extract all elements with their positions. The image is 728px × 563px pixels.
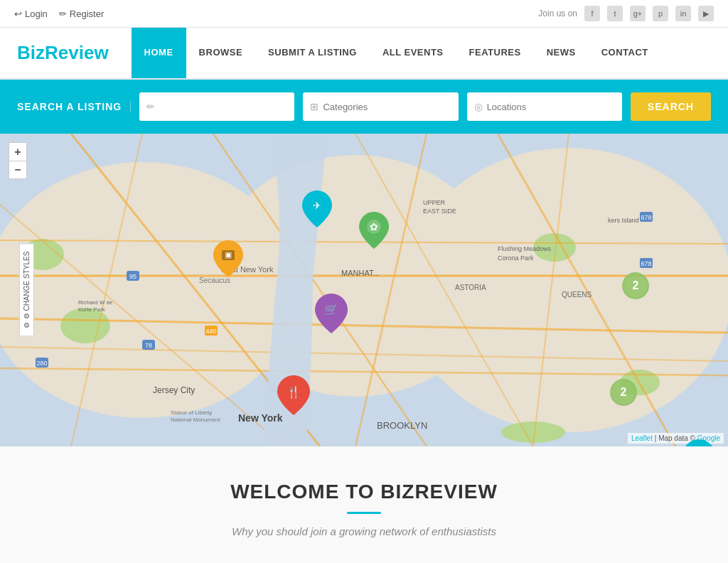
map-cluster-northeast[interactable]: 2 bbox=[622, 272, 649, 299]
svg-text:Jersey City: Jersey City bbox=[153, 385, 195, 395]
keyword-input-wrap: ✏ bbox=[139, 92, 294, 121]
svg-text:678: 678 bbox=[641, 260, 651, 267]
map-container: West New York Secaucus Jersey City New Y… bbox=[0, 134, 728, 446]
social-youtube[interactable]: ▶ bbox=[698, 6, 714, 21]
svg-text:BROOKLYN: BROOKLYN bbox=[377, 420, 427, 431]
svg-point-3 bbox=[405, 148, 728, 432]
categories-icon: ⊞ bbox=[310, 101, 318, 112]
header: BizReview HOME BROWSE SUBMIT A LISTING A… bbox=[0, 28, 728, 80]
search-bar: SEARCH A LISTING ✏ ⊞ ◎ Search bbox=[0, 80, 728, 134]
social-googleplus[interactable]: g+ bbox=[630, 6, 646, 21]
search-label: SEARCH A LISTING bbox=[17, 101, 131, 112]
nav-news[interactable]: NEWS bbox=[534, 28, 589, 78]
map-pin-blue-airplane-2[interactable]: ✈ bbox=[682, 439, 715, 446]
svg-text:678: 678 bbox=[641, 214, 651, 221]
svg-text:Statue of Liberty: Statue of Liberty bbox=[171, 409, 212, 416]
svg-text:QUEENS: QUEENS bbox=[562, 291, 592, 299]
svg-point-6 bbox=[501, 422, 565, 443]
main-nav: HOME BROWSE SUBMIT A LISTING ALL EVENTS … bbox=[132, 28, 661, 78]
register-link[interactable]: ✏ Register bbox=[59, 9, 104, 19]
map-pin-blue-airplane[interactable]: ✈ bbox=[302, 191, 332, 230]
logo[interactable]: BizReview bbox=[0, 28, 126, 78]
nav-features[interactable]: FEATURES bbox=[456, 28, 534, 78]
map-zoom-controls: + − bbox=[9, 142, 27, 179]
change-styles-button[interactable]: ⚙ ⚙ CHANGE STYLES bbox=[19, 244, 34, 337]
search-button[interactable]: Search bbox=[631, 92, 711, 121]
nav-home[interactable]: HOME bbox=[132, 28, 186, 78]
svg-text:EAST SIDE: EAST SIDE bbox=[423, 208, 456, 215]
svg-point-7 bbox=[60, 308, 110, 343]
social-facebook[interactable]: f bbox=[584, 6, 600, 21]
map-pin-red[interactable]: 🍴 bbox=[277, 375, 310, 418]
location-icon: ◎ bbox=[474, 101, 483, 112]
logo-normal: Biz bbox=[17, 42, 45, 63]
svg-text:Richard W de: Richard W de bbox=[78, 299, 113, 306]
welcome-section: WELCOME TO BIZREVIEW Why you should join… bbox=[0, 446, 728, 563]
social-pinterest[interactable]: p bbox=[653, 6, 668, 21]
keyword-input[interactable] bbox=[159, 102, 287, 112]
svg-text:🍴: 🍴 bbox=[287, 385, 301, 399]
locations-input-wrap: ◎ bbox=[467, 92, 622, 121]
social-links-area: Join us on f t g+ p in ▶ bbox=[538, 6, 714, 21]
logo-accent: Review bbox=[45, 42, 109, 63]
map-pin-purple[interactable]: 🛒 bbox=[315, 294, 348, 336]
svg-text:95: 95 bbox=[129, 273, 136, 280]
welcome-divider bbox=[347, 512, 381, 514]
svg-text:🛒: 🛒 bbox=[324, 303, 338, 316]
register-icon: ✏ bbox=[59, 9, 67, 19]
svg-text:▣: ▣ bbox=[225, 250, 232, 259]
top-bar-auth-links: ↩ Login ✏ Register bbox=[14, 9, 104, 19]
welcome-subtitle: Why you should join a growing network of… bbox=[14, 525, 714, 537]
social-linkedin[interactable]: in bbox=[675, 6, 691, 21]
pencil-icon: ✏ bbox=[146, 101, 155, 112]
login-icon: ↩ bbox=[14, 9, 22, 19]
leaflet-link[interactable]: Leaflet bbox=[631, 434, 653, 442]
map-cluster-southeast[interactable]: 2 bbox=[610, 379, 637, 406]
categories-input-wrap: ⊞ bbox=[303, 92, 458, 121]
svg-text:MANHAT...: MANHAT... bbox=[341, 269, 380, 277]
svg-text:440: 440 bbox=[205, 328, 216, 335]
svg-text:ASTORIA: ASTORIA bbox=[455, 284, 486, 291]
categories-input[interactable] bbox=[323, 102, 451, 112]
zoom-out-button[interactable]: − bbox=[9, 161, 27, 179]
nav-browse[interactable]: BROWSE bbox=[186, 28, 256, 78]
svg-text:✈: ✈ bbox=[313, 200, 321, 211]
gear-icon: ⚙ bbox=[23, 322, 31, 328]
svg-text:UPPER: UPPER bbox=[423, 199, 446, 206]
svg-text:Korte Park: Korte Park bbox=[78, 306, 106, 313]
svg-text:Flushing Meadows: Flushing Meadows bbox=[498, 245, 552, 252]
svg-text:280: 280 bbox=[36, 360, 47, 367]
svg-text:National Monument: National Monument bbox=[171, 417, 220, 423]
svg-text:Corona Park: Corona Park bbox=[498, 254, 534, 262]
svg-text:New York: New York bbox=[238, 412, 283, 424]
locations-input[interactable] bbox=[487, 102, 615, 112]
zoom-in-button[interactable]: + bbox=[9, 142, 27, 161]
top-bar: ↩ Login ✏ Register Join us on f t g+ p i… bbox=[0, 0, 728, 28]
nav-all-events[interactable]: ALL EVENTS bbox=[370, 28, 456, 78]
login-link[interactable]: ↩ Login bbox=[14, 9, 48, 19]
svg-text:✿: ✿ bbox=[370, 221, 378, 232]
social-twitter[interactable]: t bbox=[607, 6, 623, 21]
map-pin-green[interactable]: ✿ bbox=[359, 212, 389, 252]
nav-submit-listing[interactable]: SUBMIT A LISTING bbox=[255, 28, 370, 78]
svg-text:78: 78 bbox=[145, 342, 152, 349]
welcome-title: WELCOME TO BIZREVIEW bbox=[14, 481, 714, 503]
map-pin-orange[interactable]: ▣ bbox=[213, 240, 243, 280]
svg-text:kers Island: kers Island bbox=[608, 217, 639, 224]
nav-contact[interactable]: CONTACT bbox=[589, 28, 661, 78]
